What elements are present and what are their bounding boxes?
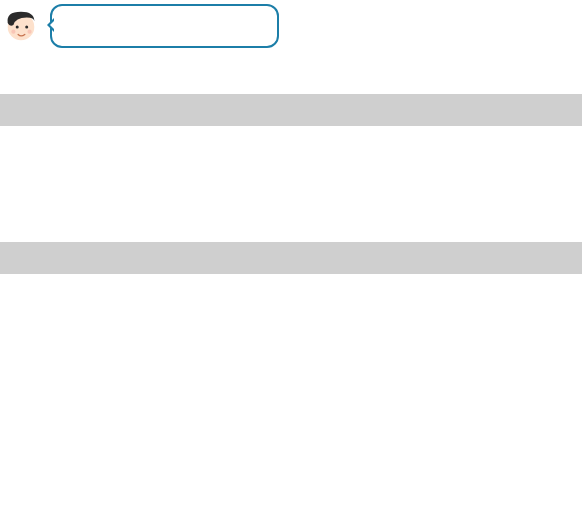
- svg-point-4: [27, 30, 31, 34]
- svg-point-1: [16, 25, 19, 28]
- svg-point-2: [25, 25, 28, 28]
- section-bar-2: [0, 242, 582, 274]
- avatar-icon: [2, 6, 40, 44]
- speech-bubble: [50, 4, 279, 48]
- section-bar-1: [0, 94, 582, 126]
- svg-point-3: [11, 30, 15, 34]
